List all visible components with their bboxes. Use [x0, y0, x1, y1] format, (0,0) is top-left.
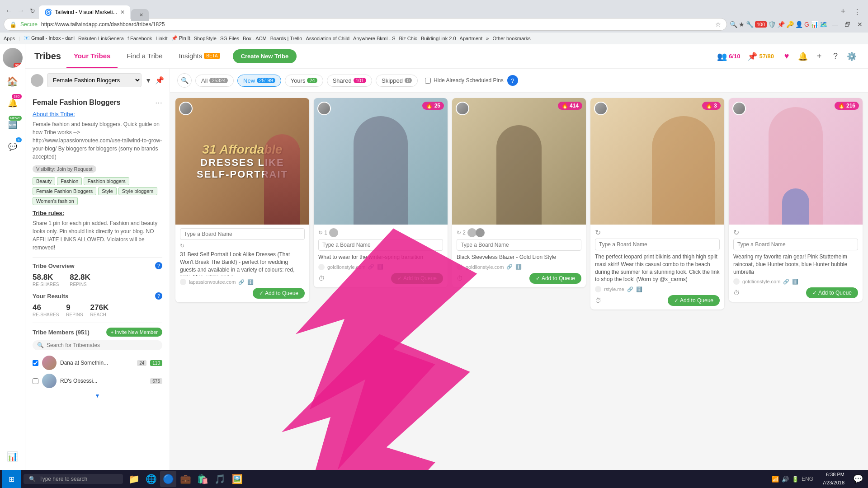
your-results-help[interactable]: ? — [155, 292, 162, 300]
filter-yours-tab[interactable]: Yours 24 — [285, 75, 323, 87]
tab-active[interactable]: 🌀 Tailwind - Visual Marketi... ✕ — [39, 5, 130, 19]
pin-board-input-3[interactable] — [457, 239, 581, 251]
nav-refresh-btn[interactable]: ↻ — [27, 5, 38, 16]
ext-bookmark[interactable]: ★ — [739, 21, 745, 28]
filter-new-tab[interactable]: New 25199 — [237, 75, 281, 87]
invite-member-btn[interactable]: + Invite New Member — [106, 328, 162, 337]
add-queue-btn-5[interactable]: ✓ Add to Queue — [806, 287, 858, 298]
tribe-menu-btn[interactable]: ⋯ — [155, 99, 162, 107]
ext-ext3[interactable]: 📌 — [777, 21, 785, 28]
nav-home-btn[interactable]: 🏠 — [3, 71, 23, 91]
member-checkbox-2[interactable] — [33, 378, 38, 384]
browser-menu-btn[interactable]: ⋮ — [850, 8, 864, 16]
bookmark-gmail[interactable]: 📧 Gmail - Inbox - dani — [24, 35, 75, 41]
ext-ext1[interactable]: 🔧 — [746, 21, 754, 28]
pin-info-5[interactable]: ℹ️ — [792, 279, 798, 285]
tab-inactive-close[interactable]: ✕ — [139, 12, 143, 18]
tribe-select-dropdown[interactable]: Female Fashion Bloggers — [47, 73, 142, 87]
pin-board-input-5[interactable] — [733, 239, 858, 250]
ext-search[interactable]: 🔍 — [730, 21, 737, 28]
bookmark-sgfiles[interactable]: SG Files — [220, 36, 239, 41]
member-search-input[interactable] — [47, 342, 158, 348]
ext-ext5[interactable]: 👤 — [795, 21, 803, 28]
settings-btn[interactable]: ⚙️ — [844, 49, 859, 64]
pin-ext-link-5[interactable]: 🔗 — [783, 279, 789, 285]
pin-info-2[interactable]: ℹ️ — [377, 264, 383, 270]
pin-info-3[interactable]: ℹ️ — [515, 264, 522, 270]
ext-ext4[interactable]: 🔑 — [786, 21, 794, 28]
address-bar[interactable]: 🔒 Secure https://www.tailwindapp.com/das… — [4, 18, 727, 31]
bookmark-assoc[interactable]: Association of Child — [306, 36, 349, 41]
bookmark-anywhere[interactable]: Anywhere Bkml - S — [353, 36, 396, 41]
nav-new-btn[interactable]: 🆕 NEW! — [3, 115, 23, 135]
filter-all-tab[interactable]: All 25324 — [195, 75, 234, 87]
create-tribe-btn[interactable]: Create New Tribe — [233, 49, 297, 63]
browser-minimize[interactable]: — — [830, 21, 840, 28]
pin-ext-link-3[interactable]: 🔗 — [506, 264, 513, 270]
star-icon[interactable]: ☆ — [715, 21, 721, 28]
bookmark-building[interactable]: BuildingLink 2.0 — [421, 36, 456, 41]
tribe-icon-btn[interactable] — [31, 74, 43, 87]
tab-your-tribes[interactable]: Your Tribes — [66, 45, 118, 68]
pin-ext-link-1[interactable]: 🔗 — [238, 279, 245, 285]
pin-board-input-1[interactable] — [180, 228, 305, 240]
new-tab-btn[interactable]: + — [837, 7, 849, 16]
filter-shared-tab[interactable]: Shared 101 — [327, 75, 372, 87]
bookmark-bizchic[interactable]: Biz Chic — [399, 36, 417, 41]
hide-scheduled-checkbox[interactable] — [425, 78, 431, 84]
bookmark-linkit[interactable]: LinkIt — [156, 36, 167, 41]
bookmark-facebook[interactable]: f Facebook — [127, 36, 152, 41]
heart-btn[interactable]: ♥ — [779, 49, 794, 64]
pin-ext-link-2[interactable]: 🔗 — [368, 264, 374, 270]
tab-insights[interactable]: Insights BETA — [172, 45, 227, 68]
browser-maximize[interactable]: 🗗 — [843, 21, 853, 28]
filter-search-btn[interactable]: 🔍 — [177, 73, 192, 88]
tribe-select-arrow[interactable]: ▼ — [145, 77, 151, 84]
bookmark-shopstyle[interactable]: ShopStyle — [194, 36, 217, 41]
bookmark-pinit[interactable]: 📌 Pin It — [171, 35, 190, 41]
add-queue-btn-1[interactable]: ✓ Add to Queue — [253, 288, 305, 299]
ext-ext2[interactable]: 🛡️ — [768, 21, 776, 28]
bookmark-other[interactable]: Other bookmarks — [492, 36, 530, 41]
ext-ext8[interactable]: 🗺️ — [820, 21, 827, 28]
about-tribe-link[interactable]: About this Tribe: — [33, 111, 162, 117]
ext-ext6[interactable]: G — [804, 21, 809, 28]
ext-ext7[interactable]: 📊 — [811, 21, 818, 28]
show-more-btn[interactable]: ▼ — [33, 393, 162, 399]
pin-info-4[interactable]: ℹ️ — [636, 286, 642, 292]
pin-board-input-2[interactable] — [318, 239, 443, 251]
nav-forward-btn[interactable]: → — [15, 5, 26, 16]
apps-bookmark[interactable]: Apps — [4, 36, 15, 41]
pin-info-1[interactable]: ℹ️ — [247, 279, 254, 285]
filter-skipped-tab[interactable]: Skipped 0 — [376, 75, 418, 87]
pin-refresh-5[interactable]: ↻ — [733, 228, 858, 237]
filter-help-btn[interactable]: ? — [507, 75, 518, 86]
nav-notifications-btn[interactable]: 🔔 380 — [3, 93, 23, 113]
question-btn[interactable]: ? — [828, 49, 843, 64]
tab-inactive[interactable]: ✕ — [131, 9, 149, 21]
browser-close[interactable]: ✕ — [855, 21, 864, 28]
bookmark-box[interactable]: Box - ACM — [243, 36, 267, 41]
member-checkbox-1[interactable] — [33, 360, 38, 366]
add-queue-btn-4[interactable]: ✓ Add to Queue — [668, 295, 720, 306]
nav-analytics-btn[interactable]: 📊 — [3, 446, 23, 466]
overview-help[interactable]: ? — [155, 262, 162, 269]
bookmark-rakuten[interactable]: Rakuten LinkGenera — [78, 36, 124, 41]
add-queue-btn-2[interactable]: ✓ Add to Queue — [391, 273, 443, 284]
nav-num-btn[interactable]: 💬 6 — [3, 136, 23, 156]
bookmark-trello[interactable]: Boards | Trello — [270, 36, 302, 41]
tribe-rules-title[interactable]: Tribe rules: — [33, 210, 162, 216]
bell-btn[interactable]: 🔔 — [796, 49, 810, 64]
pin-board-input-4[interactable] — [595, 239, 720, 250]
plus-btn[interactable]: + — [812, 49, 826, 64]
nav-user-avatar[interactable]: 99+ — [3, 48, 23, 68]
add-queue-btn-3[interactable]: ✓ Add to Queue — [529, 273, 581, 284]
nav-back-btn[interactable]: ← — [4, 5, 14, 16]
pin-icon-btn[interactable]: 📌 — [155, 76, 164, 84]
pin-ext-link-4[interactable]: 🔗 — [627, 286, 633, 292]
bookmark-apartment[interactable]: Apartment — [460, 36, 483, 41]
url-display[interactable]: https://www.tailwindapp.com/dashboard/tr… — [41, 21, 712, 28]
tab-close-btn[interactable]: ✕ — [120, 9, 125, 15]
pin-refresh-4[interactable]: ↻ — [595, 228, 720, 237]
tab-find-tribe[interactable]: Find a Tribe — [119, 45, 170, 68]
